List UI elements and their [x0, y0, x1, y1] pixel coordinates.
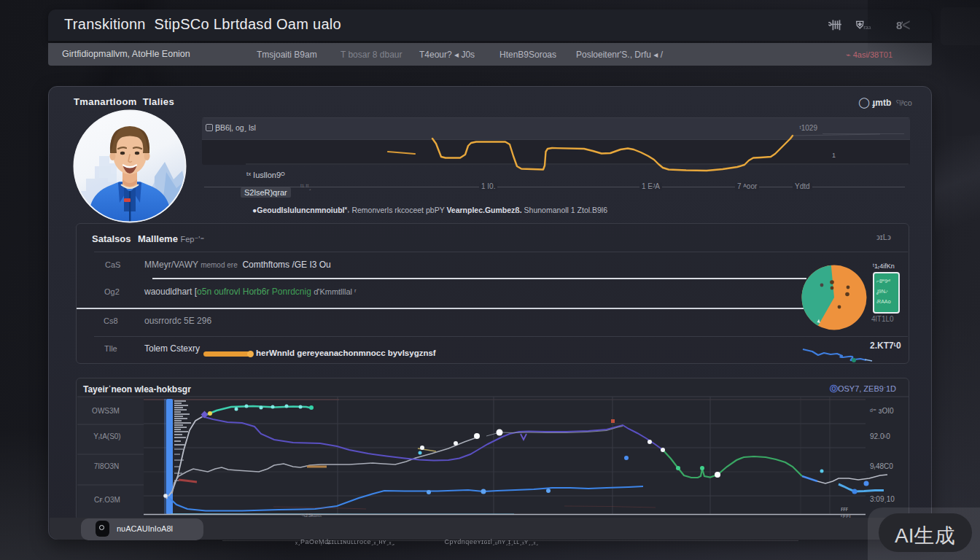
svg-text:92.0ᶫ0: 92.0ᶫ0	[870, 432, 890, 440]
svg-text:OWS3M: OWS3M	[92, 407, 120, 415]
svg-text:Cꞧ.O3M: Cꞧ.O3M	[94, 496, 120, 504]
svg-text:1: 1	[832, 152, 836, 159]
svg-text:ᵈ⁼ ɜOI0: ᵈ⁼ ɜOI0	[870, 407, 894, 415]
svg-text:7I8O3N: 7I8O3N	[94, 462, 119, 470]
svg-text:YᵣtA(S0): YᵣtA(S0)	[93, 432, 120, 440]
svg-text:9ᵣ48C0: 9ᵣ48C0	[870, 462, 893, 470]
svg-text:3:09ˌ10: 3:09ˌ10	[870, 495, 895, 503]
